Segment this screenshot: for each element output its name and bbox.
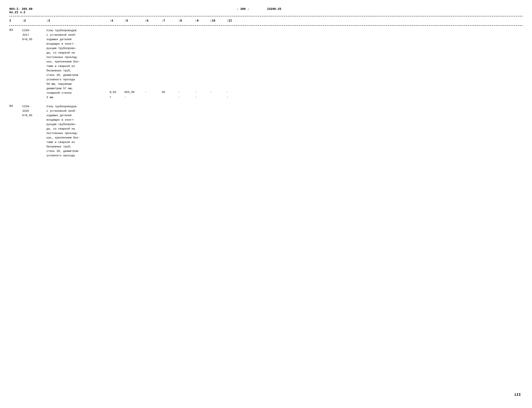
- col-header-bottom-separator: [9, 25, 523, 26]
- corner-annotation: iII: [514, 392, 521, 397]
- entry-84-number: 84: [9, 104, 22, 158]
- entry-83-data: 0,03 655,50 - 20 - - - - т - - - -: [110, 28, 241, 100]
- data-83b-col11: -: [227, 95, 241, 100]
- desc-line-12: условного прохода: [46, 77, 110, 82]
- col-header-8: :8: [178, 19, 195, 23]
- column-headers-row: I :2 :3 :4 :5 :6 :7 :8 :9 :10 :II: [9, 18, 523, 23]
- desc-line-16: 3 мм: [46, 95, 110, 100]
- desc-line-14: диаметром 57 мм,: [46, 86, 110, 91]
- desc84-line-8: ках, креплением бол-: [46, 136, 110, 140]
- data-83-col10: -: [210, 90, 227, 95]
- desc-line-4: входящих в конст-: [46, 42, 110, 46]
- desc-line-8: ках, креплением бол-: [46, 60, 110, 64]
- col-header-3: :3: [46, 19, 110, 23]
- entry-83-left: 83 СI59- 3317 К=0,95 Узлы трубопроводов …: [9, 28, 110, 100]
- header-page-number: - 308 - 23296-25: [33, 8, 486, 11]
- desc84-line-3: ходимых деталей: [46, 113, 110, 118]
- data-83b-col6: [145, 95, 162, 100]
- data-83-col9: -: [195, 90, 210, 95]
- desc84-line-5: рукцию трубопрово-: [46, 122, 110, 127]
- data-83-col7: 20: [162, 90, 178, 95]
- desc-line-1: Узлы трубопроводов: [46, 28, 110, 33]
- data-83-col6: -: [145, 90, 162, 95]
- col-header-1: I: [9, 19, 22, 23]
- unit-83: т: [110, 95, 125, 100]
- desc-line-13: 50 мм, наружным: [46, 82, 110, 86]
- col-header-10: :10: [210, 19, 227, 23]
- desc-line-9: тами и сваркой из: [46, 64, 110, 68]
- data-83-col8: -: [178, 90, 195, 95]
- data-83b-col5: -: [125, 95, 145, 100]
- top-separator: [9, 16, 523, 16]
- desc-line-5: рукцию трубопрово-: [46, 46, 110, 51]
- desc84-line-1: Узлы трубопроводов: [46, 104, 110, 109]
- desc84-line-2: с установкой необ-: [46, 109, 110, 113]
- desc84-line-10: бесшовных труб,: [46, 144, 110, 149]
- entry-83-description: Узлы трубопроводов с установкой необ- хо…: [46, 28, 110, 100]
- header-line1: 903-I- 265.88 Ал.2I ч.2 - 308 - 23296-25: [9, 8, 523, 14]
- desc84-line-7: постоянных проклад-: [46, 131, 110, 136]
- data-83b-col9: -: [195, 95, 210, 100]
- data-83-col5: 655,50: [125, 90, 145, 95]
- desc-line-6: да, со сваркой на: [46, 51, 110, 55]
- header-top-left: 903-I- 265.88 Ал.2I ч.2: [9, 8, 33, 14]
- desc84-line-11: сталь 20, диаметром: [46, 149, 110, 153]
- desc-line-10: бесшовных труб,: [46, 68, 110, 73]
- header-area: 903-I- 265.88 Ал.2I ч.2 - 308 - 23296-25: [9, 8, 523, 14]
- table-row: 83 СI59- 3317 К=0,95 Узлы трубопроводов …: [9, 28, 523, 100]
- entry-84-left: 84 СI59- 3326 К=0,95 Узлы трубопроводов …: [9, 104, 110, 158]
- col-header-7: :7: [162, 19, 178, 23]
- desc-line-15: толщиной стенки: [46, 91, 110, 95]
- desc-line-7: постоянных проклад-: [46, 55, 110, 60]
- col-header-11: :II: [227, 19, 241, 23]
- desc-line-3: ходимых деталей: [46, 37, 110, 42]
- desc84-line-12: условного прохода: [46, 153, 110, 158]
- entry-84-description: Узлы трубопроводов с установкой необ- хо…: [46, 104, 110, 158]
- col-header-5: :5: [125, 19, 145, 23]
- col-header-6: :6: [145, 19, 162, 23]
- entry-84-code: СI59- 3326 К=0,95: [22, 104, 46, 158]
- desc84-line-4: входящих в конст-: [46, 118, 110, 122]
- col-header-9: :9: [195, 19, 210, 23]
- data-row-unit: т - - - -: [110, 95, 241, 100]
- data-row-1: 0,03 655,50 - 20 - - - -: [110, 90, 241, 95]
- col-header-4: :4: [110, 19, 125, 23]
- entry-83-number: 83: [9, 28, 22, 100]
- data-83-col4: 0,03: [110, 90, 125, 95]
- data-83b-col7: [162, 95, 178, 100]
- data-83-col11: -: [227, 90, 241, 95]
- data-83b-col10: [210, 95, 227, 100]
- col-header-2: :2: [22, 19, 46, 23]
- entry-83-code: СI59- 3317 К=0,95: [22, 28, 46, 100]
- desc84-line-9: тами и сваркой из: [46, 140, 110, 144]
- desc84-line-6: да, со сваркой на: [46, 127, 110, 131]
- header-doc-ref: 903-I- 265.88: [9, 8, 33, 11]
- desc-line-11: сталь 20, диаметром: [46, 73, 110, 77]
- desc-line-2: с установкой необ-: [46, 33, 110, 37]
- data-83b-col8: -: [178, 95, 195, 100]
- header-doc-ref2: Ал.2I ч.2: [9, 11, 33, 14]
- table-row: 84 СI59- 3326 К=0,95 Узлы трубопроводов …: [9, 104, 523, 158]
